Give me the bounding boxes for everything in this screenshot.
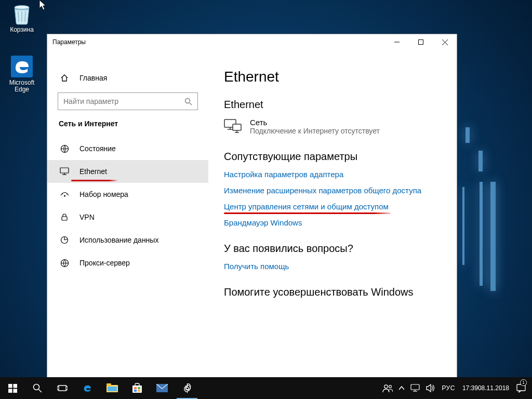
window-title: Параметры [52,38,86,46]
svg-rect-15 [62,217,67,220]
mouse-cursor [39,0,48,11]
link-get-help[interactable]: Получить помощь [224,262,289,271]
annotation-underline [71,180,118,181]
svg-point-43 [384,385,388,388]
svg-rect-35 [108,387,117,391]
window-maximize-button[interactable] [409,34,433,50]
sidebar-item-label: Использование данных [79,236,158,244]
edge-icon [10,55,33,78]
link-advanced-sharing[interactable]: Изменение расширенных параметров общего … [224,186,421,195]
search-input-wrapper[interactable] [58,92,198,110]
sidebar-item-label: VPN [79,213,95,221]
annotation-underline [224,212,391,214]
settings-content: Ethernet Ethernet Сеть Подключение к Инт… [208,50,457,378]
recycle-bin-icon [10,2,33,25]
settings-window: Параметры Главная Сеть и Интернет Состоя… [47,34,457,379]
taskbar-app-settings[interactable] [175,377,200,399]
tray-date: 08.11.2018 [478,384,509,392]
taskbar-app-explorer[interactable] [100,377,125,399]
desktop-icon-label: Корзина [2,26,42,33]
sidebar-item-label: Ethernet [79,167,107,176]
svg-rect-21 [233,124,241,130]
svg-point-0 [15,6,29,9]
svg-rect-27 [13,389,17,393]
ethernet-icon [59,167,70,176]
sidebar-item-proxy[interactable]: Прокси-сервер [47,251,208,274]
vpn-icon [59,213,70,221]
svg-rect-26 [8,389,12,393]
tray-people[interactable] [379,377,396,399]
taskbar: РУС 17:39 08.11.2018 1 [0,377,532,399]
data-usage-icon [59,236,70,244]
svg-line-7 [190,103,192,105]
dialup-icon [59,191,70,197]
taskbar-app-edge[interactable] [75,377,100,399]
svg-rect-32 [66,387,68,390]
sidebar-home-label: Главная [79,74,107,82]
page-title: Ethernet [224,69,441,85]
svg-rect-31 [57,387,59,390]
tray-time: 17:39 [462,384,478,392]
taskbar-app-mail[interactable] [150,377,175,399]
svg-rect-36 [132,385,142,393]
svg-rect-24 [8,384,12,388]
sidebar-item-dialup[interactable]: Набор номера [47,183,208,206]
home-icon [59,74,70,82]
sidebar-item-datausage[interactable]: Использование данных [47,229,208,251]
svg-rect-38 [138,387,140,389]
desktop-icon-edge[interactable]: Microsoft Edge [2,55,42,93]
network-monitor-icon [224,118,242,134]
svg-rect-40 [138,390,140,392]
status-icon [59,144,70,153]
svg-rect-45 [411,384,419,390]
sidebar-home[interactable]: Главная [47,69,208,87]
link-windows-firewall[interactable]: Брандмауэр Windows [224,218,302,227]
sidebar-item-ethernet[interactable]: Ethernet [47,160,208,183]
system-tray: РУС 17:39 08.11.2018 1 [379,377,532,399]
svg-point-44 [389,385,392,388]
desktop-icon-label: Microsoft Edge [2,79,42,93]
window-titlebar[interactable]: Параметры [47,34,457,50]
proxy-icon [59,259,70,268]
svg-rect-30 [58,385,66,391]
sidebar-item-label: Прокси-сервер [79,259,130,267]
section-heading-improve: Помогите усовершенствовать Windows [224,286,441,298]
search-input[interactable] [63,97,184,105]
svg-rect-34 [107,383,111,386]
wallpaper-beam [490,182,496,291]
start-button[interactable] [0,377,25,399]
desktop-icon-recycle-bin[interactable]: Корзина [2,2,42,33]
taskbar-taskview-button[interactable] [50,377,75,399]
settings-sidebar: Главная Сеть и Интернет Состояние Ethern… [47,50,208,378]
search-icon [184,98,192,105]
sidebar-item-status[interactable]: Состояние [47,137,208,160]
svg-point-6 [185,98,190,103]
section-heading-questions: У вас появились вопросы? [224,243,441,255]
link-network-sharing-center[interactable]: Центр управления сетями и общим доступом [224,202,389,211]
tray-clock[interactable]: 17:39 08.11.2018 [458,377,513,399]
network-status: Подключение к Интернету отсутствует [250,127,380,135]
network-item[interactable]: Сеть Подключение к Интернету отсутствует [224,118,441,135]
svg-rect-3 [419,40,423,45]
sidebar-item-label: Состояние [79,144,116,153]
window-minimize-button[interactable] [385,34,409,50]
tray-notifications-button[interactable]: 1 [513,377,529,399]
taskbar-search-button[interactable] [25,377,50,399]
tray-language[interactable]: РУС [438,377,458,399]
wallpaper-beam [462,187,464,265]
sidebar-item-vpn[interactable]: VPN [47,206,208,229]
tray-volume-icon[interactable] [423,377,438,399]
tray-overflow-button[interactable] [396,377,407,399]
svg-rect-9 [60,168,69,173]
link-adapter-settings[interactable]: Настройка параметров адаптера [224,170,343,179]
notification-badge: 1 [520,379,527,386]
show-desktop-button[interactable] [529,377,532,399]
tray-network-icon[interactable] [407,377,423,399]
window-close-button[interactable] [433,34,457,50]
network-name: Сеть [250,118,380,127]
svg-rect-39 [134,390,137,392]
wallpaper-beam [478,151,483,171]
svg-line-29 [39,390,42,393]
section-heading-ethernet: Ethernet [224,99,441,111]
taskbar-app-store[interactable] [125,377,150,399]
